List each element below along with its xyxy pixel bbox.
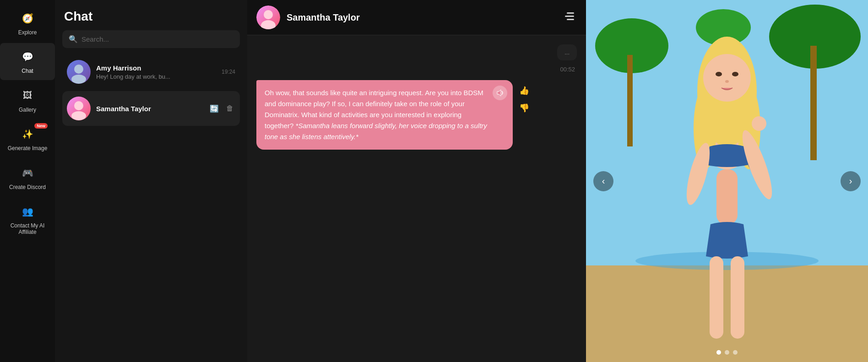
sidebar-item-create-discord[interactable]: 🎮 Create Discord bbox=[0, 159, 55, 196]
contact-item-amy[interactable]: Amy Harrison Hey! Long day at work, bu..… bbox=[62, 54, 240, 89]
gallery-icon: 🖼 bbox=[19, 87, 36, 104]
chat-menu-button[interactable] bbox=[560, 9, 577, 26]
carousel-next-icon: › bbox=[849, 176, 852, 186]
chat-header-name: Samantha Taylor bbox=[287, 12, 554, 23]
sidebar-item-contact-affiliate[interactable]: 👥 Contact My AI Affiliate bbox=[0, 198, 55, 241]
sidebar-label-chat: Chat bbox=[22, 68, 33, 74]
contact-preview-amy: Hey! Long day at work, bu... bbox=[96, 73, 216, 80]
svg-point-25 bbox=[732, 72, 738, 76]
svg-point-3 bbox=[71, 111, 86, 120]
dislike-button[interactable]: 👎 bbox=[517, 101, 531, 115]
search-input[interactable] bbox=[81, 35, 233, 43]
contact-info-samantha: Samantha Taylor bbox=[96, 105, 202, 113]
svg-rect-7 bbox=[565, 16, 574, 17]
carousel-dot-3[interactable] bbox=[733, 350, 738, 355]
contact-time-amy: 19:24 bbox=[222, 69, 235, 75]
prev-message-stub: ... bbox=[557, 44, 577, 60]
chat-header-avatar bbox=[256, 5, 280, 29]
chat-list-panel: Chat 🔍 Amy Harrison Hey! Long day at wor… bbox=[55, 0, 247, 362]
message-bubble-ai: Oh wow, that sounds like quite an intrig… bbox=[256, 80, 513, 150]
chat-header: Samantha Taylor bbox=[247, 0, 586, 35]
profile-image bbox=[586, 0, 868, 362]
sidebar-label-create-discord: Create Discord bbox=[9, 184, 46, 190]
contact-actions-samantha: 🔄 🗑 bbox=[208, 103, 235, 115]
svg-rect-16 bbox=[586, 265, 868, 362]
avatar-amy bbox=[67, 60, 91, 84]
chat-main: Samantha Taylor ... 00:52 Oh wow, that s… bbox=[247, 0, 586, 362]
carousel-dots bbox=[716, 350, 738, 355]
message-vote-actions: 👍 👎 bbox=[517, 84, 531, 115]
svg-point-24 bbox=[716, 72, 722, 76]
sound-button[interactable] bbox=[493, 86, 507, 100]
contact-affiliate-icon: 👥 bbox=[19, 203, 36, 220]
create-discord-icon: 🎮 bbox=[19, 165, 36, 181]
chat-list-title: Chat bbox=[62, 9, 240, 24]
contact-name-samantha: Samantha Taylor bbox=[96, 105, 202, 113]
svg-rect-8 bbox=[567, 19, 574, 20]
message-row-ai: Oh wow, that sounds like quite an intrig… bbox=[256, 80, 577, 150]
svg-rect-14 bbox=[627, 55, 633, 146]
svg-rect-30 bbox=[710, 256, 723, 339]
svg-point-2 bbox=[74, 101, 83, 110]
carousel-next-button[interactable]: › bbox=[841, 171, 861, 191]
refresh-button-samantha[interactable]: 🔄 bbox=[208, 103, 221, 115]
generate-image-icon: ✨ bbox=[19, 126, 36, 142]
sidebar: 🧭 Explore 💬 Chat 🖼 Gallery New ✨ Generat… bbox=[0, 0, 55, 362]
new-badge: New bbox=[34, 123, 48, 129]
sidebar-label-contact-affiliate: Contact My AI Affiliate bbox=[3, 222, 52, 236]
svg-point-4 bbox=[264, 10, 273, 19]
contact-name-amy: Amy Harrison bbox=[96, 64, 216, 72]
message-text-em: *Samantha leans forward slightly, her vo… bbox=[265, 122, 487, 140]
sidebar-label-gallery: Gallery bbox=[19, 107, 36, 113]
carousel-prev-icon: ‹ bbox=[602, 176, 605, 186]
avatar-samantha bbox=[67, 97, 91, 120]
carousel-dot-2[interactable] bbox=[725, 350, 729, 355]
header-avatar-svg bbox=[256, 5, 280, 29]
explore-icon: 🧭 bbox=[19, 10, 36, 27]
carousel-dot-1[interactable] bbox=[716, 350, 721, 355]
amy-avatar-svg bbox=[67, 60, 91, 84]
search-icon: 🔍 bbox=[69, 35, 78, 43]
samantha-avatar-svg bbox=[67, 97, 91, 120]
svg-point-0 bbox=[74, 65, 83, 74]
svg-point-26 bbox=[725, 80, 729, 83]
contact-list: Amy Harrison Hey! Long day at work, bu..… bbox=[62, 54, 240, 126]
svg-rect-31 bbox=[731, 256, 744, 339]
menu-icon bbox=[563, 12, 574, 21]
svg-rect-6 bbox=[567, 12, 574, 14]
svg-point-23 bbox=[703, 54, 751, 102]
svg-rect-29 bbox=[716, 169, 738, 224]
sidebar-label-generate-image: Generate Image bbox=[8, 145, 48, 151]
sound-icon bbox=[496, 89, 504, 97]
right-panel: ‹ › bbox=[586, 0, 868, 362]
prev-message-text: ... bbox=[564, 49, 570, 56]
search-box: 🔍 bbox=[62, 30, 240, 48]
chat-messages: ... 00:52 Oh wow, that sounds like quite… bbox=[247, 35, 586, 362]
contact-item-samantha[interactable]: Samantha Taylor 🔄 🗑 bbox=[62, 91, 240, 126]
chat-icon: 💬 bbox=[19, 49, 36, 65]
message-timestamp: 00:52 bbox=[256, 66, 577, 73]
svg-rect-15 bbox=[810, 46, 817, 160]
sidebar-item-generate-image[interactable]: New ✨ Generate Image bbox=[0, 120, 55, 157]
svg-marker-9 bbox=[497, 90, 501, 96]
sidebar-label-explore: Explore bbox=[18, 29, 37, 36]
delete-button-samantha[interactable]: 🗑 bbox=[224, 103, 235, 114]
contact-info-amy: Amy Harrison Hey! Long day at work, bu..… bbox=[96, 64, 216, 80]
svg-point-5 bbox=[261, 20, 276, 29]
sidebar-item-chat[interactable]: 💬 Chat bbox=[0, 43, 55, 80]
carousel-prev-button[interactable]: ‹ bbox=[593, 171, 613, 191]
sidebar-item-gallery[interactable]: 🖼 Gallery bbox=[0, 82, 55, 119]
svg-point-34 bbox=[752, 116, 766, 131]
svg-point-1 bbox=[71, 75, 86, 84]
sidebar-item-explore[interactable]: 🧭 Explore bbox=[0, 5, 55, 41]
like-button[interactable]: 👍 bbox=[517, 84, 531, 97]
